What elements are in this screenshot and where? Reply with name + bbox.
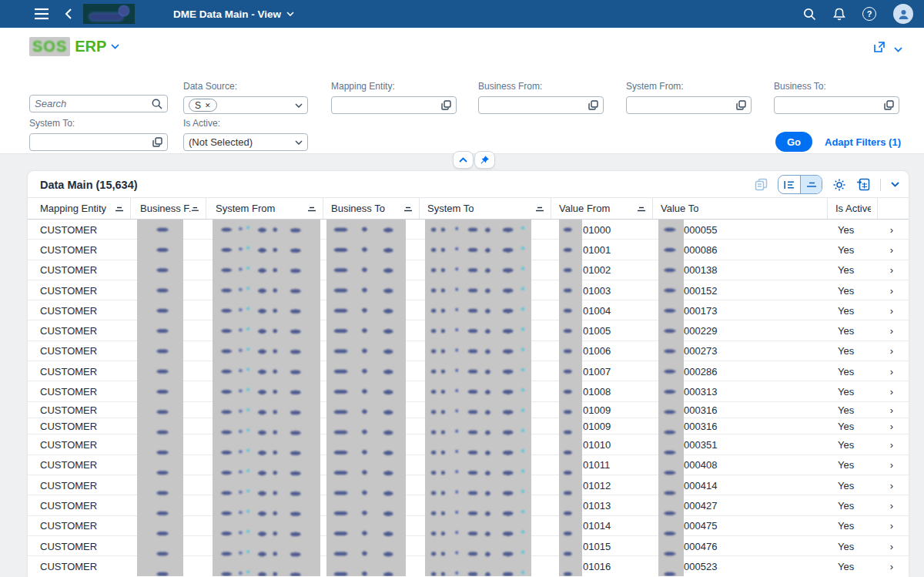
value-help-icon[interactable] (588, 100, 598, 110)
expanded-rows-button[interactable] (778, 176, 800, 193)
row-navigation-chevron-icon[interactable]: › (884, 459, 899, 471)
row-navigation-chevron-icon[interactable]: › (884, 325, 899, 337)
table-row[interactable]: CUSTOMER 01009 000316 Yes › (28, 402, 909, 418)
cell-is-active: Yes (838, 439, 854, 451)
search-icon[interactable] (152, 99, 162, 109)
value-help-icon[interactable] (441, 100, 451, 110)
table-row[interactable]: CUSTOMER 01014 000475 Yes › (28, 516, 909, 536)
table-row[interactable]: CUSTOMER 01012 000414 Yes › (28, 475, 909, 495)
system-from-input[interactable] (626, 96, 752, 114)
table-row[interactable]: CUSTOMER 01003 000152 Yes › (28, 280, 909, 300)
table-row[interactable]: CUSTOMER 01004 000173 Yes › (28, 300, 909, 320)
go-button[interactable]: Go (775, 132, 812, 152)
chevron-down-icon (295, 140, 303, 145)
table-row[interactable]: CUSTOMER 01013 000427 Yes › (28, 495, 909, 515)
table-row[interactable]: CUSTOMER 01002 000138 Yes › (28, 260, 909, 280)
cell-value-to: 000313 (684, 386, 717, 398)
cell-value-from: 01009 (583, 404, 611, 415)
column-header-system-to[interactable]: System To (427, 198, 551, 219)
settings-gear-icon[interactable] (832, 178, 846, 192)
search-icon[interactable] (803, 8, 816, 21)
cell-mapping-entity: CUSTOMER (40, 439, 97, 451)
row-navigation-chevron-icon[interactable]: › (884, 365, 899, 377)
mapping-entity-input[interactable] (331, 96, 457, 114)
column-header-value-to[interactable]: Value To (661, 198, 828, 219)
table-row[interactable]: CUSTOMER 01001 000086 Yes › (28, 240, 909, 260)
column-header-is-active[interactable]: Is Active (835, 198, 878, 219)
back-icon[interactable] (62, 8, 73, 20)
cell-value-from: 01009 (583, 421, 611, 432)
table-row[interactable]: CUSTOMER 01016 000523 Yes › (28, 556, 909, 576)
table-row[interactable]: CUSTOMER 01015 000476 Yes › (28, 536, 909, 556)
column-header-value-from[interactable]: Value From (559, 198, 653, 219)
cell-value-from: 01001 (583, 243, 611, 255)
table-toolbar (755, 175, 899, 194)
row-navigation-chevron-icon[interactable]: › (884, 439, 899, 451)
search-input[interactable] (35, 98, 152, 109)
share-menu-chevron-icon[interactable] (894, 42, 902, 55)
data-source-select[interactable]: S (183, 96, 308, 114)
row-navigation-chevron-icon[interactable]: › (884, 345, 899, 357)
row-navigation-chevron-icon[interactable]: › (884, 479, 899, 491)
table-row[interactable]: CUSTOMER 01005 000229 Yes › (28, 320, 909, 340)
export-menu-chevron-icon[interactable] (891, 182, 899, 187)
cell-value-to: 000414 (684, 479, 717, 491)
user-avatar[interactable] (893, 4, 913, 24)
column-header-mapping-entity[interactable]: Mapping Entity (40, 198, 131, 219)
chevron-down-icon (111, 44, 119, 49)
row-navigation-chevron-icon[interactable]: › (884, 560, 899, 572)
row-navigation-chevron-icon[interactable]: › (884, 386, 899, 398)
row-navigation-chevron-icon[interactable]: › (884, 540, 899, 552)
table-row[interactable]: CUSTOMER 01011 000408 Yes › (28, 455, 909, 475)
adapt-filters-link[interactable]: Adapt Filters (1) (825, 136, 901, 148)
row-navigation-chevron-icon[interactable]: › (884, 223, 899, 235)
cell-mapping-entity: CUSTOMER (40, 325, 97, 337)
system-to-input[interactable] (29, 133, 168, 151)
cell-is-active: Yes (838, 345, 854, 357)
is-active-select[interactable]: (Not Selected) (183, 133, 308, 151)
row-navigation-chevron-icon[interactable]: › (884, 284, 899, 296)
column-header-system-from[interactable]: System From (216, 198, 323, 219)
row-navigation-chevron-icon[interactable]: › (884, 520, 899, 532)
cell-is-active: Yes (838, 459, 854, 471)
table-row[interactable]: CUSTOMER 01006 000273 Yes › (28, 341, 909, 361)
row-navigation-chevron-icon[interactable]: › (884, 243, 899, 255)
table-row[interactable]: CUSTOMER 01010 000351 Yes › (28, 434, 909, 455)
row-navigation-chevron-icon[interactable]: › (884, 421, 899, 432)
app-title-menu[interactable]: DME Data Main - View (173, 0, 294, 28)
chevron-down-icon (286, 12, 294, 16)
condensed-rows-button[interactable] (800, 176, 822, 193)
collapse-filter-bar-button[interactable] (453, 151, 474, 169)
column-header-business-to[interactable]: Business To (331, 198, 420, 219)
table-row[interactable]: CUSTOMER 01009 000316 Yes › (28, 418, 909, 434)
table-row[interactable]: CUSTOMER 01008 000313 Yes › (28, 381, 909, 401)
column-header-business-from[interactable]: Business F... (140, 198, 206, 219)
share-icon[interactable] (872, 40, 886, 57)
data-source-label: Data Source: (183, 81, 308, 92)
value-help-icon[interactable] (736, 100, 746, 110)
filter-collapse-band (0, 154, 924, 171)
notifications-bell-icon[interactable] (833, 8, 845, 21)
table-row[interactable]: CUSTOMER 01000 000055 Yes › (28, 220, 909, 240)
table-row[interactable]: CUSTOMER 01007 000286 Yes › (28, 361, 909, 381)
cell-mapping-entity: CUSTOMER (40, 386, 97, 398)
row-navigation-chevron-icon[interactable]: › (884, 499, 899, 511)
value-help-icon[interactable] (152, 137, 162, 147)
row-navigation-chevron-icon[interactable]: › (884, 304, 899, 316)
data-source-token[interactable]: S (189, 99, 217, 112)
row-navigation-chevron-icon[interactable]: › (884, 264, 899, 276)
cell-value-from: 01013 (583, 499, 611, 511)
help-icon[interactable] (862, 7, 876, 21)
copy-icon[interactable] (755, 178, 768, 191)
cell-value-from: 01002 (583, 264, 611, 276)
pin-filter-bar-button[interactable] (474, 151, 495, 169)
value-help-icon[interactable] (884, 100, 894, 110)
erp-title-menu[interactable]: SOS ERP (29, 37, 119, 56)
menu-icon[interactable] (34, 7, 49, 21)
export-to-spreadsheet-icon[interactable] (856, 178, 870, 191)
search-field[interactable] (29, 95, 168, 112)
business-from-input[interactable] (478, 96, 604, 114)
business-to-input[interactable] (774, 96, 899, 114)
row-navigation-chevron-icon[interactable]: › (884, 404, 899, 415)
cell-is-active: Yes (838, 479, 854, 491)
